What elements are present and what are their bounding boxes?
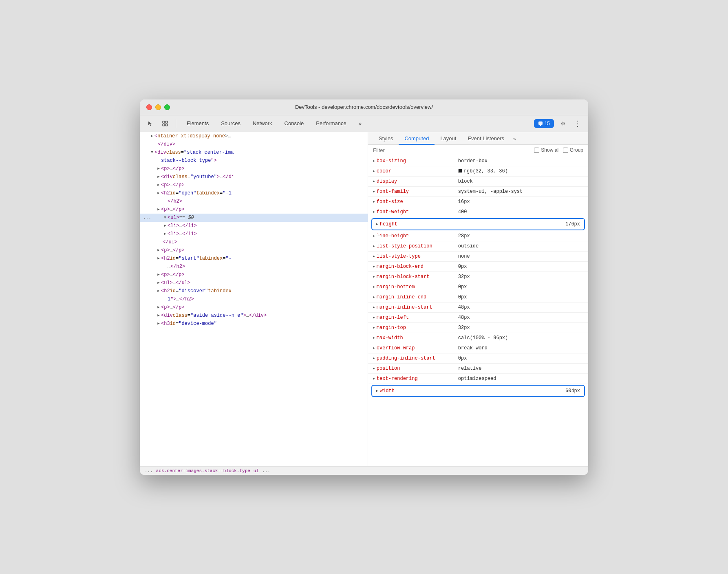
- filter-options: Show all Group: [534, 147, 583, 153]
- main-content: <ntainer xt:display-none >… </div> <div …: [140, 132, 588, 466]
- expand-icon[interactable]: [156, 206, 161, 213]
- css-properties-list: ▶ box-sizing border-box ▶ color rgb(32, …: [368, 156, 588, 397]
- expand-icon[interactable]: [156, 255, 161, 262]
- dom-line: <p>…</p>: [140, 271, 368, 279]
- show-all-input[interactable]: [534, 148, 539, 153]
- styles-panel: Styles Computed Layout Event Listeners »…: [368, 132, 588, 466]
- svg-rect-4: [538, 121, 543, 125]
- prop-expand-icon[interactable]: ▶: [373, 208, 375, 216]
- close-button[interactable]: [146, 104, 152, 110]
- expand-icon[interactable]: [156, 173, 161, 181]
- prop-expand-icon[interactable]: ▶: [373, 364, 375, 373]
- inspect-icon[interactable]: [159, 118, 171, 129]
- expand-icon[interactable]: [156, 287, 161, 295]
- css-prop-margin-block-start: ▶ margin-block-start 32px: [368, 272, 588, 282]
- expand-icon[interactable]: [163, 214, 168, 221]
- prop-expand-icon[interactable]: ▶: [376, 220, 378, 228]
- expand-icon[interactable]: [150, 132, 154, 140]
- svg-rect-2: [163, 124, 165, 126]
- prop-expand-icon[interactable]: ▶: [373, 157, 375, 165]
- expand-icon[interactable]: [163, 230, 168, 238]
- prop-expand-icon[interactable]: ▶: [373, 283, 375, 291]
- breadcrumb-element[interactable]: ul: [254, 468, 259, 473]
- expand-icon[interactable]: [156, 190, 161, 197]
- tab-more[interactable]: »: [353, 119, 367, 128]
- tab-console[interactable]: Console: [279, 119, 310, 128]
- prop-expand-icon[interactable]: ▶: [373, 303, 375, 311]
- comment-button[interactable]: 15: [534, 119, 554, 128]
- prop-expand-icon[interactable]: ▶: [373, 375, 375, 383]
- prop-expand-icon[interactable]: ▶: [373, 232, 375, 240]
- dom-line: <h2 id="discover" tabindex: [140, 287, 368, 295]
- expand-icon[interactable]: [150, 149, 154, 156]
- expand-icon[interactable]: [156, 247, 161, 254]
- dom-line: <p>…</p>: [140, 303, 368, 311]
- breadcrumb[interactable]: ack.center-images.stack--block.type: [156, 468, 250, 473]
- more-options-button[interactable]: ⋮: [572, 118, 583, 129]
- elements-panel[interactable]: <ntainer xt:display-none >… </div> <div …: [140, 132, 368, 466]
- css-prop-box-sizing: ▶ box-sizing border-box: [368, 156, 588, 166]
- css-prop-font-family: ▶ font-family system-ui, -apple-syst: [368, 187, 588, 197]
- prop-expand-icon[interactable]: ▶: [373, 167, 375, 175]
- expand-icon[interactable]: [156, 271, 161, 278]
- prop-expand-icon[interactable]: ▶: [373, 198, 375, 206]
- prop-expand-icon[interactable]: ▶: [373, 273, 375, 281]
- expand-icon[interactable]: [156, 279, 161, 287]
- dom-line: <h3 id="device-mode": [140, 320, 368, 328]
- expand-icon[interactable]: [156, 320, 161, 327]
- group-checkbox[interactable]: Group: [563, 147, 583, 153]
- dom-line: …</h2>: [140, 263, 368, 271]
- window-title: DevTools - developer.chrome.com/docs/dev…: [295, 104, 433, 110]
- expand-icon[interactable]: [156, 304, 161, 311]
- expand-icon[interactable]: [156, 181, 161, 189]
- expand-icon[interactable]: [156, 165, 161, 172]
- dom-dots: ...: [143, 214, 153, 221]
- tab-sources[interactable]: Sources: [215, 119, 246, 128]
- prop-expand-icon[interactable]: ▶: [373, 263, 375, 271]
- expand-icon[interactable]: [156, 312, 161, 319]
- comment-count: 15: [545, 121, 550, 126]
- dom-line: <li>…</li>: [140, 222, 368, 230]
- tab-computed[interactable]: Computed: [399, 132, 435, 145]
- tab-event-listeners[interactable]: Event Listeners: [462, 132, 510, 145]
- settings-icon[interactable]: ⚙: [557, 118, 569, 129]
- show-all-checkbox[interactable]: Show all: [534, 147, 559, 153]
- css-prop-margin-top: ▶ margin-top 32px: [368, 323, 588, 333]
- tab-elements[interactable]: Elements: [181, 119, 214, 128]
- css-prop-list-style-type: ▶ list-style-type none: [368, 252, 588, 262]
- css-prop-margin-block-end: ▶ margin-block-end 0px: [368, 262, 588, 272]
- svg-rect-0: [163, 121, 165, 123]
- dom-line: <ul>…</ul>: [140, 279, 368, 287]
- expand-icon[interactable]: [163, 222, 168, 230]
- dom-line: <div class="youtube">…</di: [140, 173, 368, 181]
- dom-line: <ntainer xt:display-none >…: [140, 132, 368, 140]
- dom-line: <p>…</p>: [140, 246, 368, 254]
- prop-expand-icon[interactable]: ▶: [373, 293, 375, 301]
- prop-expand-icon[interactable]: ▶: [373, 313, 375, 322]
- dom-line: stack--block type">: [140, 157, 368, 165]
- panel-tab-more[interactable]: »: [510, 133, 519, 144]
- tab-styles[interactable]: Styles: [373, 132, 399, 145]
- prop-expand-icon[interactable]: ▶: [373, 334, 375, 342]
- prop-expand-icon[interactable]: ▶: [373, 177, 375, 185]
- cursor-icon[interactable]: [145, 118, 156, 129]
- filter-bar: Show all Group: [368, 145, 588, 156]
- maximize-button[interactable]: [164, 104, 170, 110]
- tab-layout[interactable]: Layout: [435, 132, 462, 145]
- dom-line: </h2>: [140, 197, 368, 205]
- css-prop-margin-inline-start: ▶ margin-inline-start 48px: [368, 302, 588, 313]
- prop-expand-icon[interactable]: ▶: [373, 324, 375, 332]
- group-input[interactable]: [563, 148, 568, 153]
- prop-expand-icon[interactable]: ▶: [376, 387, 378, 395]
- prop-expand-icon[interactable]: ▶: [373, 354, 375, 362]
- svg-rect-1: [165, 121, 168, 123]
- tab-network[interactable]: Network: [247, 119, 278, 128]
- prop-expand-icon[interactable]: ▶: [373, 188, 375, 196]
- prop-expand-icon[interactable]: ▶: [373, 344, 375, 352]
- css-prop-line-height: ▶ line-height 28px: [368, 231, 588, 241]
- prop-expand-icon[interactable]: ▶: [373, 242, 375, 250]
- tab-performance[interactable]: Performance: [310, 119, 352, 128]
- minimize-button[interactable]: [155, 104, 161, 110]
- filter-input[interactable]: [373, 147, 529, 153]
- prop-expand-icon[interactable]: ▶: [373, 252, 375, 261]
